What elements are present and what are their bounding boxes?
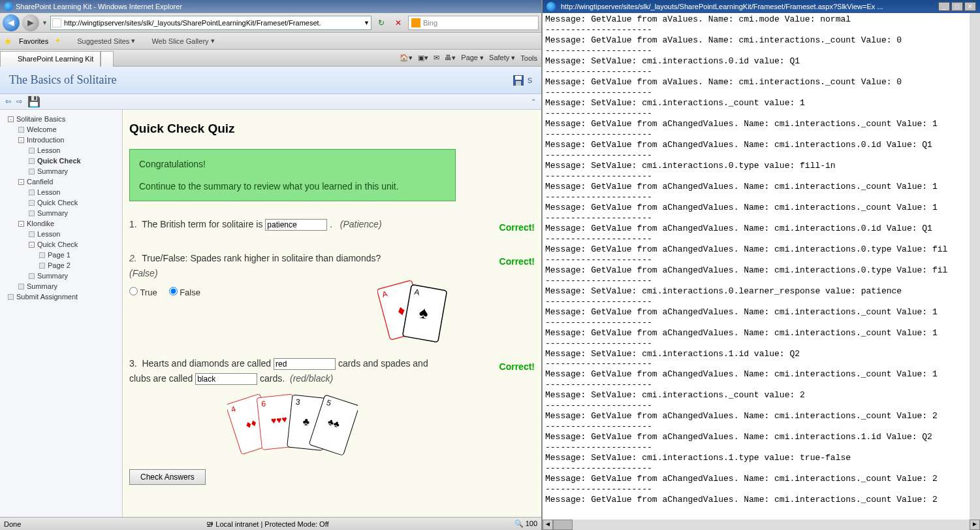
tree-can-summary[interactable]: Summary xyxy=(3,208,119,218)
window-controls: _ □ ✕ xyxy=(938,2,976,11)
add-favorite-icon[interactable]: ✦ xyxy=(55,37,61,45)
page-icon xyxy=(52,18,61,27)
q2-false-option[interactable]: False xyxy=(169,288,200,297)
content-header: The Basics of Solitaire S xyxy=(0,67,541,94)
horizontal-scrollbar[interactable]: ◄ ► xyxy=(543,520,980,530)
sub-toolbar: ⇦ ⇨ 💾 ⌃ xyxy=(0,94,541,110)
svg-text:♥♥♥: ♥♥♥ xyxy=(270,414,287,426)
browser-tab[interactable]: SharePoint Learning Kit xyxy=(0,51,101,67)
ie-icon-right xyxy=(546,2,556,11)
tree-klon-summary[interactable]: Summary xyxy=(3,271,119,281)
tree-klon-page2[interactable]: Page 2 xyxy=(3,260,119,271)
status-zone: 🖳 Local intranet | Protected Mode: Off xyxy=(206,520,328,528)
tree-canfield[interactable]: -Canfield xyxy=(3,176,119,187)
q3-correct: Correct! xyxy=(499,361,535,372)
tree-klon-quickcheck[interactable]: -Quick Check xyxy=(3,239,119,250)
tree-intro-lesson[interactable]: Lesson xyxy=(3,145,119,156)
favorites-star-icon[interactable]: ★ xyxy=(4,36,12,46)
tree-klon-page1[interactable]: Page 1 xyxy=(3,250,119,260)
search-box[interactable]: Bing xyxy=(408,16,539,30)
refresh-button[interactable]: ↻ xyxy=(374,16,388,30)
left-browser-window: SharePoint Learning Kit - Windows Intern… xyxy=(0,0,543,530)
feeds-icon[interactable]: ▣▾ xyxy=(418,54,428,62)
bing-icon xyxy=(411,18,420,27)
search-placeholder: Bing xyxy=(423,19,437,27)
page-menu[interactable]: Page ▾ xyxy=(461,54,484,62)
q1-input[interactable] xyxy=(265,219,327,231)
quiz-content: Quick Check Quiz Congratulations! Contin… xyxy=(123,110,541,517)
congrats-box: Congratulations! Continue to the summary… xyxy=(129,149,456,201)
congrats-line1: Congratulations! xyxy=(139,159,446,169)
navigation-tree: -Solitaire Basics Welcome -Introduction … xyxy=(0,110,123,517)
tree-submit[interactable]: Submit Assignment xyxy=(3,291,119,302)
home-icon[interactable]: 🏠▾ xyxy=(400,54,413,62)
status-done: Done xyxy=(4,520,21,528)
favorites-bar: ★ Favorites ✦ Suggested Sites ▾ Web Slic… xyxy=(0,33,541,50)
left-window-title: SharePoint Learning Kit - Windows Intern… xyxy=(16,3,182,10)
nav-toolbar: ◄ ► ▼ ▼ ↻ ✕ Bing xyxy=(0,13,541,33)
debug-log[interactable]: Message: GetValue from aValues. Name: cm… xyxy=(543,13,970,520)
tree-can-lesson[interactable]: Lesson xyxy=(3,187,119,197)
prev-arrow[interactable]: ⇦ xyxy=(5,97,11,106)
next-arrow[interactable]: ⇨ xyxy=(16,97,22,106)
dropdown-icon[interactable]: ▼ xyxy=(364,20,370,26)
ace-cards-image: A♦ A♠ xyxy=(377,278,450,337)
minimize-button[interactable]: _ xyxy=(938,2,950,11)
print-icon[interactable]: 🖶▾ xyxy=(445,54,456,62)
save-icon xyxy=(512,74,525,87)
check-answers-button[interactable]: Check Answers xyxy=(129,469,206,485)
suggested-sites-link[interactable]: Suggested Sites ▾ xyxy=(67,37,135,45)
tools-menu[interactable]: Tools xyxy=(520,54,537,62)
q1-correct: Correct! xyxy=(499,222,535,233)
tree-introduction[interactable]: -Introduction xyxy=(3,135,119,145)
tree-klondike[interactable]: -Klondike xyxy=(3,218,119,229)
number-cards-image: 4♦♦ 6♥♥♥ 3♣ 5♣♣ xyxy=(227,391,450,450)
q2-correct: Correct! xyxy=(499,256,535,267)
q3-input1[interactable] xyxy=(274,358,336,370)
left-titlebar: SharePoint Learning Kit - Windows Intern… xyxy=(0,0,541,13)
stop-button[interactable]: ✕ xyxy=(391,16,405,30)
ie-small-icon-2 xyxy=(142,37,150,45)
tree-welcome[interactable]: Welcome xyxy=(3,124,119,135)
zoom-control[interactable]: 🔍 100 xyxy=(514,520,537,528)
ie-icon xyxy=(4,2,13,11)
vertical-scrollbar[interactable] xyxy=(970,13,980,520)
close-button[interactable]: ✕ xyxy=(964,2,976,11)
svg-rect-2 xyxy=(516,81,521,86)
address-input[interactable] xyxy=(64,19,364,27)
svg-rect-1 xyxy=(515,76,522,80)
save-link[interactable]: S xyxy=(512,74,532,87)
tree-root[interactable]: -Solitaire Basics xyxy=(3,114,119,124)
tree-intro-quickcheck[interactable]: Quick Check xyxy=(3,156,119,166)
save-small-icon[interactable]: 💾 xyxy=(27,95,40,108)
tab-label: SharePoint Learning Kit xyxy=(18,55,93,63)
tab-icon xyxy=(7,55,15,63)
collapse-icon[interactable]: ⌃ xyxy=(531,98,536,105)
q2-hint: (False) xyxy=(129,268,158,278)
q3-hint: (red/black) xyxy=(290,373,333,384)
dropdown-arrow-icon[interactable]: ▼ xyxy=(42,20,48,26)
back-button[interactable]: ◄ xyxy=(3,14,20,31)
mail-icon[interactable]: ✉ xyxy=(434,54,439,62)
q2-true-option[interactable]: True xyxy=(129,288,157,297)
tab-bar: SharePoint Learning Kit 🏠▾ ▣▾ ✉ 🖶▾ Page … xyxy=(0,50,541,67)
favorites-label[interactable]: Favorites xyxy=(19,37,48,45)
tree-can-quickcheck[interactable]: Quick Check xyxy=(3,197,119,208)
safety-menu[interactable]: Safety ▾ xyxy=(489,54,515,62)
tree-klon-lesson[interactable]: Lesson xyxy=(3,229,119,239)
ie-small-icon xyxy=(67,37,75,45)
new-tab-button[interactable] xyxy=(101,51,114,67)
status-bar: Done 🖳 Local intranet | Protected Mode: … xyxy=(0,517,541,530)
tree-summary[interactable]: Summary xyxy=(3,281,119,291)
q1-hint: (Patience) xyxy=(340,219,382,229)
tree-intro-summary[interactable]: Summary xyxy=(3,166,119,176)
maximize-button[interactable]: □ xyxy=(951,2,963,11)
quiz-title: Quick Check Quiz xyxy=(129,122,535,136)
web-slice-gallery-link[interactable]: Web Slice Gallery ▾ xyxy=(142,37,214,45)
question-3: Correct! 3. Hearts and diamonds are call… xyxy=(129,356,535,450)
content-title: The Basics of Solitaire xyxy=(9,73,116,87)
q3-input2[interactable] xyxy=(195,373,257,385)
command-bar: 🏠▾ ▣▾ ✉ 🖶▾ Page ▾ Safety ▾ Tools xyxy=(400,54,541,62)
address-bar[interactable]: ▼ xyxy=(50,16,371,30)
forward-button[interactable]: ► xyxy=(22,14,39,31)
